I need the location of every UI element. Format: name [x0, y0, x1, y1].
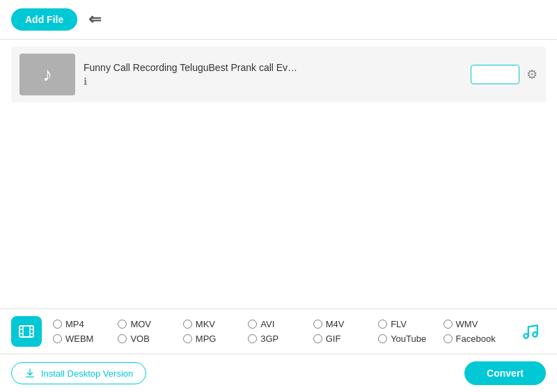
file-list: ♪ Funny Call Recording TeluguBest Prank …	[0, 40, 557, 308]
install-label: Install Desktop Version	[41, 368, 133, 379]
arrow-icon: ⇐	[88, 10, 101, 29]
format-mov-label: MOV	[130, 319, 151, 329]
file-info: Funny Call Recording TeluguBest Prank ca…	[84, 62, 462, 87]
music-icon	[521, 322, 540, 340]
format-mpg[interactable]: MPG	[183, 334, 248, 344]
format-facebook-label: Facebook	[456, 334, 496, 344]
add-file-button[interactable]: Add File	[11, 8, 77, 31]
format-flv-label: FLV	[391, 319, 407, 329]
svg-point-8	[533, 332, 538, 337]
music-note-icon: ♪	[42, 63, 52, 86]
format-m4v-radio[interactable]	[313, 320, 322, 329]
svg-point-7	[524, 334, 528, 338]
format-mov-radio[interactable]	[118, 320, 127, 329]
format-youtube-label: YouTube	[391, 334, 426, 344]
format-mp4-label: MP4	[65, 319, 84, 329]
format-m4v[interactable]: M4V	[313, 319, 378, 329]
format-webm-radio[interactable]	[53, 334, 62, 343]
format-mp4-radio[interactable]	[53, 320, 62, 329]
format-wmv-label: WMV	[456, 319, 478, 329]
svg-rect-0	[19, 326, 33, 337]
format-mpg-radio[interactable]	[183, 334, 192, 343]
install-button[interactable]: Install Desktop Version	[11, 362, 146, 384]
format-webm[interactable]: WEBM	[53, 334, 118, 344]
action-bar: Install Desktop Version Convert	[0, 354, 557, 392]
format-3gp[interactable]: 3GP	[248, 334, 313, 344]
format-youtube[interactable]: YouTube	[378, 334, 443, 344]
convert-button[interactable]: Convert	[464, 361, 546, 385]
audio-format-icon[interactable]	[515, 316, 546, 347]
file-item: ♪ Funny Call Recording TeluguBest Prank …	[11, 47, 546, 102]
file-name: Funny Call Recording TeluguBest Prank ca…	[84, 62, 462, 73]
format-flv[interactable]: FLV	[378, 319, 443, 329]
format-avi-label: AVI	[260, 319, 274, 329]
format-wmv[interactable]: WMV	[444, 319, 508, 329]
format-facebook[interactable]: Facebook	[444, 334, 508, 344]
format-avi-radio[interactable]	[248, 320, 257, 329]
format-options: MP4 MOV MKV AVI M4V FLV WMV WEBM VOB MPG	[53, 319, 508, 344]
format-mov[interactable]: MOV	[118, 319, 182, 329]
format-bar: MP4 MOV MKV AVI M4V FLV WMV WEBM VOB MPG	[0, 308, 557, 354]
format-gif-label: GIF	[326, 334, 341, 344]
info-icon[interactable]: ℹ	[84, 76, 462, 87]
file-thumbnail: ♪	[19, 54, 75, 95]
format-vob-label: VOB	[130, 334, 149, 344]
format-webm-label: WEBM	[65, 334, 93, 344]
format-youtube-radio[interactable]	[378, 334, 387, 343]
format-3gp-label: 3GP	[260, 334, 278, 344]
format-mkv-radio[interactable]	[183, 320, 192, 329]
format-mpg-label: MPG	[196, 334, 217, 344]
format-flv-radio[interactable]	[378, 320, 387, 329]
format-facebook-radio[interactable]	[444, 334, 453, 343]
format-gif[interactable]: GIF	[313, 334, 378, 344]
video-format-icon[interactable]	[11, 316, 42, 347]
file-actions: ⚙	[471, 65, 538, 84]
toolbar: Add File ⇐	[0, 0, 557, 40]
format-mkv[interactable]: MKV	[183, 319, 248, 329]
format-wmv-radio[interactable]	[444, 320, 453, 329]
film-icon	[18, 323, 35, 340]
format-vob-radio[interactable]	[118, 334, 127, 343]
format-mkv-label: MKV	[196, 319, 215, 329]
format-mp4[interactable]: MP4	[53, 319, 118, 329]
download-icon	[24, 368, 36, 379]
format-vob[interactable]: VOB	[118, 334, 182, 344]
format-m4v-label: M4V	[326, 319, 345, 329]
format-avi[interactable]: AVI	[248, 319, 313, 329]
format-gif-radio[interactable]	[313, 334, 322, 343]
duration-box	[471, 65, 519, 84]
format-3gp-radio[interactable]	[248, 334, 257, 343]
settings-icon[interactable]: ⚙	[526, 67, 538, 82]
